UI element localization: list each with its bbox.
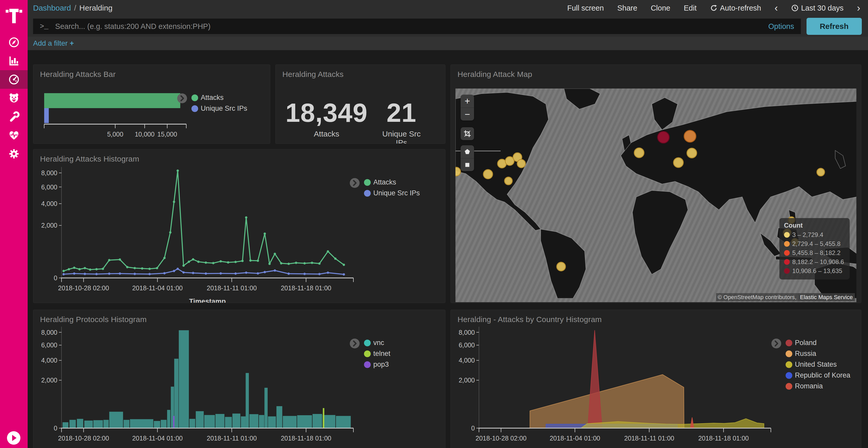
attack-location-dot: [483, 170, 493, 179]
legend-item-Romania[interactable]: Romania: [785, 382, 850, 390]
bar-vnc: [189, 419, 195, 428]
legend-item-Attacks[interactable]: Attacks: [191, 94, 247, 102]
chart-legend: vnctelnetpop3: [364, 339, 390, 371]
world-map[interactable]: + −: [456, 89, 857, 302]
query-bar: >_ Options Refresh: [28, 16, 868, 37]
auto-refresh-button[interactable]: Auto-refresh: [710, 4, 761, 12]
legend-toggle-chevron-icon[interactable]: [349, 178, 360, 188]
map-legend-item: 2,729.4 – 5,455.8: [784, 240, 844, 247]
metric-value: 18,349: [285, 98, 368, 128]
legend-item-telnet[interactable]: telnet: [364, 350, 390, 358]
legend-toggle-chevron-icon[interactable]: [349, 338, 360, 349]
search-box: >_ Options: [33, 19, 801, 34]
bar-vnc: [161, 420, 167, 428]
svg-text:8,000: 8,000: [459, 329, 475, 336]
attack-location-dot: [557, 262, 565, 271]
time-range-button[interactable]: Last 30 days: [791, 4, 843, 12]
map-legend-item: 10,908.6 – 13,635: [784, 267, 844, 275]
map-fit-control: [461, 127, 474, 140]
add-filter-link[interactable]: Add a filter +: [33, 39, 74, 47]
svg-text:8,000: 8,000: [41, 329, 57, 336]
panel-title: Heralding Attacks: [282, 70, 445, 79]
share-button[interactable]: Share: [617, 4, 637, 12]
sidebar-item-dashboard[interactable]: [0, 70, 28, 89]
zoom-out-button[interactable]: −: [461, 108, 474, 120]
attack-location-dot: [684, 130, 696, 142]
time-back-button[interactable]: ‹: [774, 3, 778, 13]
legend-item-United States[interactable]: United States: [785, 360, 850, 369]
svg-text:6,000: 6,000: [41, 183, 57, 191]
country-histogram-chart: 02,0004,0006,0008,0002018-10-28 02:00201…: [455, 322, 777, 448]
svg-text:2018-11-18 01:00: 2018-11-18 01:00: [281, 284, 332, 291]
bar-vnc: [323, 415, 335, 428]
breadcrumb-separator: /: [71, 4, 79, 12]
sidebar-item-tpot[interactable]: [0, 89, 28, 107]
search-input[interactable]: [55, 22, 763, 31]
map-legend-dot: [784, 250, 790, 256]
legend-dot: [785, 340, 792, 346]
gauge-icon: [8, 74, 20, 85]
crop-icon[interactable]: [461, 127, 474, 140]
svg-text:0: 0: [54, 424, 57, 432]
metric-unique-src-ips: 21 Unique Src IPs: [380, 98, 424, 144]
legend-item-Republic of Korea[interactable]: Republic of Korea: [785, 371, 850, 379]
edit-button[interactable]: Edit: [684, 4, 697, 12]
bar-vnc: [196, 411, 204, 428]
svg-text:2018-10-28 02:00: 2018-10-28 02:00: [58, 435, 109, 442]
bar-vnc: [241, 416, 245, 428]
attack-location-dot: [504, 177, 512, 185]
svg-text:2018-11-04 01:00: 2018-11-04 01:00: [132, 435, 183, 442]
plus-icon: +: [70, 39, 74, 47]
sidebar-item-visualize[interactable]: [0, 51, 28, 70]
svg-text:2018-11-11 01:00: 2018-11-11 01:00: [624, 435, 674, 442]
breadcrumb-dashboard-link[interactable]: Dashboard: [33, 4, 71, 12]
attacks-histogram-chart: 02,0004,0006,0008,0002018-10-28 02:00201…: [37, 162, 360, 303]
draw-polygon-icon[interactable]: [461, 145, 474, 158]
legend-toggle-chevron-icon[interactable]: [177, 93, 187, 103]
bar-vnc: [154, 421, 160, 428]
area-Russia: [530, 374, 684, 428]
time-forward-button[interactable]: ›: [857, 3, 860, 13]
map-draw-controls: [461, 145, 474, 171]
legend-item-pop3[interactable]: pop3: [364, 360, 390, 369]
panel-attack-map: Heralding Attack Map + −: [451, 65, 861, 303]
fullscreen-button[interactable]: Full screen: [567, 4, 604, 12]
bar-vnc: [179, 330, 189, 428]
filter-bar: Add a filter +: [28, 37, 868, 50]
sidebar-item-management[interactable]: [0, 144, 28, 163]
bar-vnc: [103, 420, 109, 428]
attack-location-dot: [674, 158, 683, 168]
sidebar-item-devtools[interactable]: [0, 107, 28, 126]
svg-text:0: 0: [54, 274, 57, 281]
svg-text:2,000: 2,000: [41, 222, 57, 229]
legend-item-Unique Src IPs[interactable]: Unique Src IPs: [364, 189, 420, 197]
osm-attribution[interactable]: © OpenStreetMap contributors,: [716, 293, 798, 301]
sidebar-item-discover[interactable]: [0, 33, 28, 51]
zoom-in-button[interactable]: +: [461, 95, 474, 108]
legend-toggle-chevron-icon[interactable]: [771, 338, 781, 349]
bar-vnc: [63, 422, 68, 428]
legend-item-Attacks[interactable]: Attacks: [364, 178, 420, 186]
sidebar-expand-button[interactable]: [7, 431, 21, 445]
legend-dot: [364, 350, 371, 357]
options-link[interactable]: Options: [768, 22, 794, 31]
attack-location-dot: [517, 160, 525, 168]
legend-item-Poland[interactable]: Poland: [785, 339, 850, 347]
bar-vnc: [249, 414, 258, 428]
sidebar-item-monitoring[interactable]: [0, 126, 28, 144]
metric-attacks: 18,349 Attacks: [285, 98, 368, 138]
legend-item-vnc[interactable]: vnc: [364, 339, 390, 347]
panel-attacks-histogram: Heralding Attacks Histogram 02,0004,0006…: [33, 149, 445, 303]
top-menu: Full screen Share Clone Edit Auto-refres…: [567, 3, 860, 13]
svg-text:5,000: 5,000: [107, 131, 123, 138]
map-legend-item: 8,182.2 – 10,908.6: [784, 258, 844, 266]
telekom-logo[interactable]: [0, 0, 28, 26]
clone-button[interactable]: Clone: [651, 4, 671, 12]
legend-item-Unique Src IPs[interactable]: Unique Src IPs: [191, 105, 247, 112]
refresh-button[interactable]: Refresh: [807, 18, 862, 35]
draw-rectangle-icon[interactable]: [461, 158, 474, 171]
legend-item-Russia[interactable]: Russia: [785, 350, 850, 358]
ems-attribution[interactable]: Elastic Maps Service: [798, 293, 855, 301]
bar-vnc: [167, 410, 170, 428]
clock-icon: [791, 4, 799, 12]
